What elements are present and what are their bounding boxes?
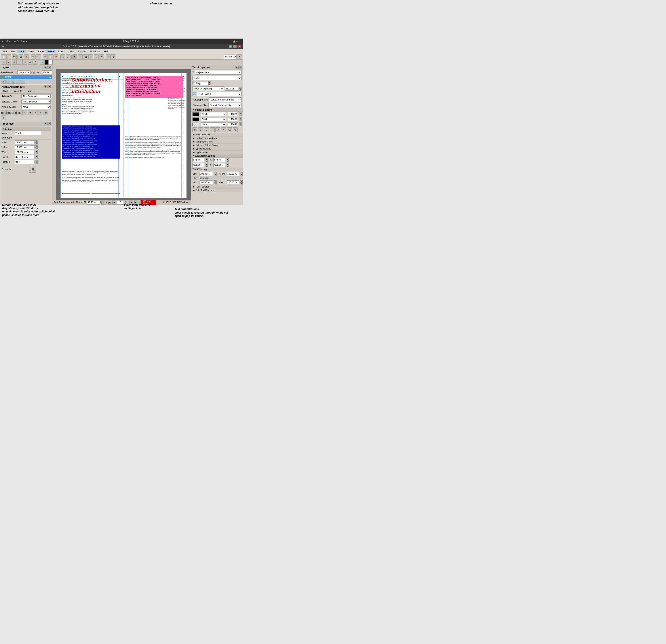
bp-bc[interactable] [32, 171, 34, 173]
tb-undo[interactable]: ↩ [31, 54, 36, 59]
blend-mode-select[interactable]: Normal [17, 70, 31, 74]
tab-distribute[interactable]: Distribute [11, 89, 24, 93]
ce-btn-sup[interactable]: x² [215, 127, 220, 132]
menu-table[interactable]: Table [46, 50, 56, 53]
wt-norm-down[interactable]: ▼ [240, 174, 243, 176]
adv-val-1a[interactable] [192, 158, 204, 162]
tb2-arc[interactable]: ◡ [22, 60, 27, 65]
distribute-v-btn[interactable]: ⇕ [38, 110, 43, 115]
menu-file[interactable]: File [1, 50, 8, 53]
bp-mr[interactable] [34, 168, 36, 170]
color-pct-2[interactable] [228, 117, 238, 121]
width-up[interactable]: ▲ [35, 150, 38, 152]
handle-bc[interactable] [90, 193, 92, 194]
handle-tr[interactable] [119, 75, 120, 77]
char-style-select[interactable]: Default Character Style [208, 103, 242, 107]
layer-up-btn[interactable]: ↑ [16, 80, 20, 84]
color-pct-down-1[interactable]: ▼ [239, 114, 242, 116]
ce-btn-shadow[interactable]: S [192, 127, 197, 132]
zoom-input[interactable] [87, 200, 100, 204]
nav-first-btn[interactable]: |◀ [108, 200, 111, 204]
wt-norm-input[interactable] [227, 172, 239, 176]
tb-new[interactable]: 📄 [1, 54, 6, 59]
handle-tl[interactable] [62, 75, 63, 77]
adv-down-1a[interactable]: ▼ [205, 160, 208, 162]
zoom-down-btn[interactable]: ▾ [101, 200, 105, 204]
color-pct-1[interactable] [228, 112, 238, 116]
ge-min-input[interactable] [199, 180, 213, 184]
basepoint-widget[interactable] [29, 166, 36, 173]
layer-remove-btn[interactable]: − [6, 80, 11, 84]
scribus-app-menu[interactable]: ✏ Scribus ▾ [14, 40, 27, 43]
distribute-h-btn[interactable]: ⇔ [33, 110, 38, 115]
mode-select[interactable]: Normal [224, 55, 236, 59]
adv-down-2a[interactable]: ▼ [205, 165, 208, 167]
xpos-input[interactable] [15, 141, 35, 144]
tb-unlink[interactable]: ⛓ [111, 54, 116, 59]
color-pct-up-3[interactable]: ▲ [239, 122, 242, 124]
align-sides-select[interactable]: Move [21, 105, 51, 109]
color-pct-down-2[interactable]: ▼ [239, 119, 242, 121]
font-size-up[interactable]: ▲ [208, 81, 211, 83]
tb-copy[interactable]: 📋 [48, 54, 53, 59]
canvas-area[interactable]: I May Bistriz.–Left Munich at 8:35 PM on… [52, 65, 191, 205]
align-right-btn[interactable]: ◻◻⬛ [12, 110, 17, 115]
ge-min-down[interactable]: ▼ [214, 182, 216, 184]
linespacing-input[interactable] [225, 87, 239, 91]
path-text-row[interactable]: ▶ Path Text Properties [191, 189, 243, 192]
canvas-content[interactable]: I May Bistriz.–Left Munich at 8:35 PM on… [56, 69, 191, 200]
rotation-down[interactable]: ▼ [35, 162, 38, 164]
adv-up-1b[interactable]: ▲ [226, 158, 229, 160]
menu-extras[interactable]: Extras [56, 50, 66, 53]
layer-row-active[interactable]: LGC L... N [0, 75, 52, 79]
tb2-eyedropper[interactable]: 💧 [40, 60, 45, 65]
adv-val-2a[interactable] [192, 163, 204, 167]
relative-to-select[interactable]: First Selected [21, 94, 51, 98]
width-down[interactable]: ▼ [35, 152, 38, 154]
tb-text[interactable]: T [78, 54, 83, 59]
adv-down-2b[interactable]: ▼ [226, 165, 229, 167]
height-up[interactable]: ▲ [35, 155, 38, 157]
tb2-calligraphic[interactable]: ✒ [17, 60, 22, 65]
tb2-spiral[interactable]: @ [28, 60, 33, 65]
tb-select[interactable]: ↖ [72, 54, 77, 59]
color-select-3[interactable]: None [201, 122, 226, 126]
font-family-select[interactable]: DejaVu Sans [195, 70, 242, 75]
bp-center[interactable] [32, 168, 34, 170]
tp-close-btn[interactable]: ✕ [239, 66, 242, 69]
color-select-2[interactable]: Black [201, 117, 226, 121]
width-input[interactable] [15, 150, 35, 154]
rotation-input[interactable] [15, 160, 35, 164]
linespacing-down[interactable]: ▼ [239, 89, 242, 91]
minimize-btn[interactable]: ─ [229, 45, 232, 48]
linespacing-select[interactable]: Fixed Linespacing [192, 86, 224, 91]
ypos-down[interactable]: ▼ [35, 147, 38, 149]
columns-distances-row[interactable]: ▶ Columns & Text Distances [191, 144, 243, 147]
maximize-btn[interactable]: □ [233, 45, 236, 48]
layers-close-btn[interactable]: ✕ [48, 66, 51, 69]
ce-btn-sub[interactable]: x₂ [221, 127, 226, 132]
props-close-btn[interactable]: ✕ [48, 122, 51, 125]
tab-align[interactable]: Align [0, 89, 11, 93]
tb-shape[interactable]: □ [88, 54, 93, 59]
height-input[interactable] [15, 155, 35, 159]
bp-bl[interactable] [29, 171, 31, 173]
close-btn[interactable]: ✕ [238, 45, 241, 48]
bp-ml[interactable] [29, 168, 31, 170]
height-down[interactable]: ▼ [35, 157, 38, 159]
menu-edit[interactable]: Edit [9, 50, 17, 53]
tb2-color1[interactable] [45, 60, 49, 65]
name-input[interactable] [15, 131, 41, 135]
xpos-up[interactable]: ▲ [35, 141, 38, 142]
color-select-1[interactable]: Black [201, 112, 226, 116]
ce-btn-outline[interactable]: O [198, 127, 203, 132]
layer-down-btn[interactable]: ↓ [20, 80, 25, 84]
ge-min-up[interactable]: ▲ [214, 180, 216, 182]
align-to-page-btn[interactable]: ▣ [43, 110, 48, 115]
bp-tr[interactable] [34, 166, 36, 168]
tp-settings-btn[interactable]: ⚙ [235, 66, 238, 69]
menu-item[interactable]: Item [17, 50, 26, 53]
adv-up-1a[interactable]: ▲ [205, 158, 208, 160]
tb2-edit[interactable]: ✏ [1, 60, 6, 65]
color-pct-up-2[interactable]: ▲ [239, 117, 242, 119]
